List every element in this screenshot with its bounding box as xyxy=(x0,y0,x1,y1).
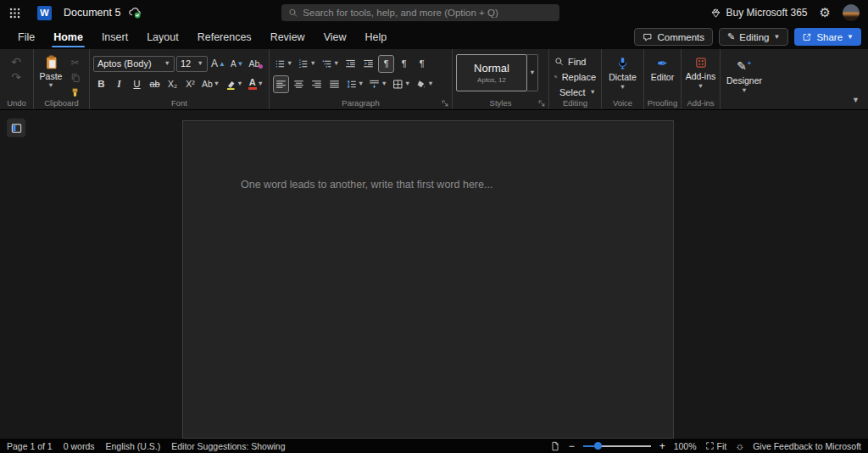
document-page[interactable]: One word leads to another, write that fi… xyxy=(182,120,674,439)
align-center-button[interactable] xyxy=(291,75,307,93)
shading-button[interactable]: ▼ xyxy=(414,75,435,93)
paste-button[interactable]: Paste ▼ xyxy=(37,54,64,99)
comments-button[interactable]: Comments xyxy=(634,28,713,46)
font-group: Aptos (Body) ▼ 12 ▼ A▲ A▼ Ab B I U ab X₂… xyxy=(90,49,270,109)
account-avatar[interactable] xyxy=(843,4,860,21)
share-button[interactable]: Share ▼ xyxy=(794,28,861,46)
view-mode-button[interactable] xyxy=(550,441,560,451)
change-case-button[interactable]: Ab▼ xyxy=(200,75,221,93)
editor-button[interactable]: ✒ Editor xyxy=(648,53,677,82)
shrink-font-button[interactable]: A▼ xyxy=(229,55,246,73)
paragraph-dialog-launcher-icon[interactable] xyxy=(441,99,449,108)
paragraph-spacing-button[interactable]: ▼ xyxy=(367,75,388,93)
copy-icon xyxy=(70,73,81,83)
document-title[interactable]: Document 5 xyxy=(64,7,120,19)
page-count-status[interactable]: Page 1 of 1 xyxy=(7,441,53,451)
tab-layout[interactable]: Layout xyxy=(137,27,188,47)
copy-button[interactable] xyxy=(67,71,83,84)
chevron-down-icon: ▼ xyxy=(381,80,387,87)
replace-button[interactable]: Replace xyxy=(553,69,598,84)
buy-microsoft-365-button[interactable]: Buy Microsoft 365 xyxy=(710,7,808,19)
underline-button[interactable]: U xyxy=(129,75,145,93)
chevron-down-icon: ▼ xyxy=(236,80,242,87)
tab-view[interactable]: View xyxy=(314,27,356,47)
share-icon xyxy=(802,32,812,42)
dictate-button[interactable]: Dictate ▼ xyxy=(605,53,640,91)
font-color-button[interactable]: A▼ xyxy=(247,75,265,93)
undo-button[interactable]: ↶ xyxy=(11,56,21,68)
redo-button[interactable]: ↷ xyxy=(11,71,21,83)
switch-background-sun-icon[interactable]: ☼ xyxy=(735,440,744,452)
comments-label: Comments xyxy=(657,32,704,42)
numbered-list-button[interactable]: ▼ xyxy=(296,55,317,73)
cut-button[interactable]: ✂ xyxy=(67,56,83,69)
app-launcher-button[interactable] xyxy=(0,0,29,25)
grow-font-button[interactable]: A▲ xyxy=(209,55,227,73)
search-bar[interactable] xyxy=(281,4,559,21)
tab-insert[interactable]: Insert xyxy=(92,27,137,47)
decrease-indent-button[interactable] xyxy=(342,55,359,73)
format-painter-button[interactable] xyxy=(67,86,83,99)
font-name-dropdown[interactable]: Aptos (Body) ▼ xyxy=(93,56,175,72)
navigation-pane-toggle-button[interactable] xyxy=(7,119,25,137)
designer-button[interactable]: ✎✦ Designer ▼ xyxy=(724,53,765,93)
feedback-link[interactable]: Give Feedback to Microsoft xyxy=(753,441,861,451)
styles-gallery-expand-button[interactable]: ▼ xyxy=(527,54,538,91)
tab-help[interactable]: Help xyxy=(356,27,397,47)
strikethrough-button[interactable]: ab xyxy=(147,75,163,93)
collapse-ribbon-chevron-icon[interactable]: ▼ xyxy=(852,96,860,104)
zoom-slider-thumb[interactable] xyxy=(594,442,602,450)
chevron-down-icon: ▼ xyxy=(590,89,596,96)
italic-button[interactable]: I xyxy=(111,75,127,93)
styles-dialog-launcher-icon[interactable] xyxy=(537,99,546,108)
right-to-left-paragraph-button[interactable]: ¶ xyxy=(396,55,412,73)
editing-mode-button[interactable]: ✎ Editing ▼ xyxy=(719,28,788,46)
tab-review[interactable]: Review xyxy=(261,27,314,47)
addins-button[interactable]: Add-ins ▼ xyxy=(685,53,716,90)
chevron-down-icon: ▼ xyxy=(164,60,170,67)
tab-file[interactable]: File xyxy=(8,27,44,47)
page-view-icon xyxy=(550,441,560,451)
clear-formatting-button[interactable]: Ab xyxy=(248,55,265,73)
find-button[interactable]: Find xyxy=(553,54,598,69)
word-logo-icon[interactable]: W xyxy=(37,6,52,20)
fit-to-page-button[interactable]: Fit xyxy=(705,441,727,451)
zoom-level[interactable]: 100% xyxy=(674,441,697,451)
align-left-button[interactable] xyxy=(273,75,289,93)
borders-button[interactable]: ▼ xyxy=(391,75,412,93)
subscript-button[interactable]: X₂ xyxy=(164,75,181,93)
zoom-out-button[interactable]: − xyxy=(569,440,575,452)
multilevel-list-button[interactable]: ▼ xyxy=(320,55,341,73)
zoom-slider[interactable] xyxy=(583,441,651,451)
editor-pen-icon: ✒ xyxy=(657,56,668,70)
text-highlight-button[interactable]: ▼ xyxy=(223,75,244,93)
paragraph-group-label: Paragraph xyxy=(270,98,452,108)
grow-font-icon: A xyxy=(211,58,218,69)
search-input[interactable] xyxy=(303,8,553,18)
saved-to-cloud-icon[interactable] xyxy=(127,6,142,19)
paragraph-group: ▼ ▼ ▼ ¶ ¶ ¶ ▼ ▼ ▼ ▼ Paragraph xyxy=(270,49,453,109)
word-count-status[interactable]: 0 words xyxy=(64,441,95,451)
select-button[interactable]: Select ▼ xyxy=(553,85,598,99)
bold-button[interactable]: B xyxy=(93,75,109,93)
chevron-down-icon: ▼ xyxy=(287,60,292,67)
line-spacing-button[interactable]: ▼ xyxy=(344,75,365,93)
document-placeholder-text: One word leads to another, write that fi… xyxy=(241,179,492,191)
align-right-button[interactable] xyxy=(309,75,325,93)
language-status[interactable]: English (U.S.) xyxy=(105,441,160,451)
font-size-dropdown[interactable]: 12 ▼ xyxy=(176,56,208,72)
justify-button[interactable] xyxy=(326,75,342,93)
increase-indent-button[interactable] xyxy=(360,55,376,73)
editor-suggestions-status[interactable]: Editor Suggestions: Showing xyxy=(171,441,285,451)
show-formatting-marks-button[interactable]: ¶ xyxy=(414,55,430,73)
buy-label: Buy Microsoft 365 xyxy=(726,7,808,19)
settings-gear-icon[interactable]: ⚙ xyxy=(820,5,831,20)
left-to-right-paragraph-button[interactable]: ¶ xyxy=(378,55,394,73)
style-normal-card[interactable]: Normal Aptos, 12 xyxy=(456,54,527,91)
tab-references[interactable]: References xyxy=(188,27,261,47)
paste-clipboard-icon xyxy=(43,54,59,70)
tab-home[interactable]: Home xyxy=(44,27,92,47)
bullet-list-button[interactable]: ▼ xyxy=(273,55,294,73)
superscript-button[interactable]: X² xyxy=(182,75,198,93)
zoom-in-button[interactable]: + xyxy=(659,440,665,452)
